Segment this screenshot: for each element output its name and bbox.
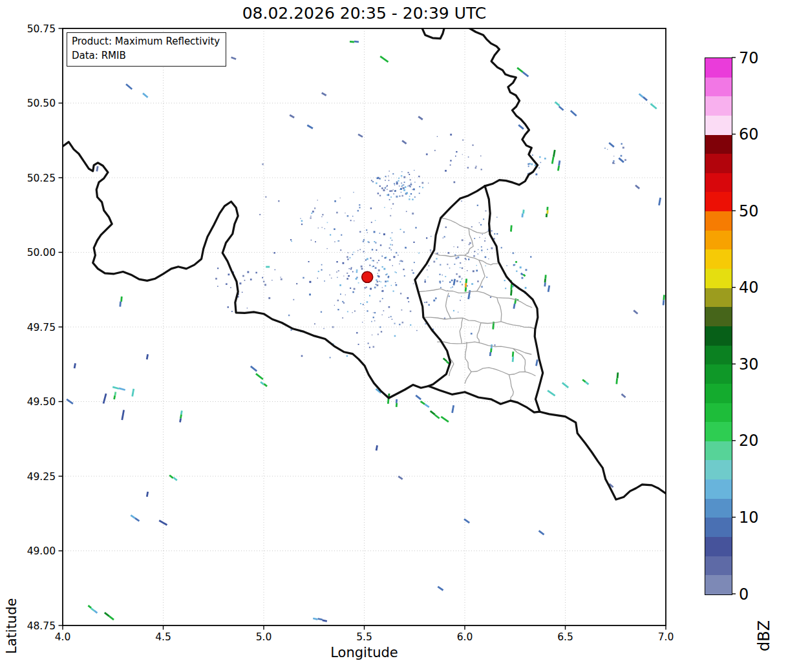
svg-text:49.75: 49.75 [27,322,56,333]
colorbar-band [705,192,732,211]
colorbar-band [705,479,732,499]
svg-text:50.00: 50.00 [27,247,56,258]
colorbar-band [705,575,732,594]
colorbar-band [705,307,732,326]
y-axis-label: Latitude [4,0,19,654]
colorbar-band [705,269,732,288]
radar-site-marker [362,271,373,282]
colorbar-band [705,211,732,231]
colorbar-band [705,173,732,193]
svg-text:5.5: 5.5 [356,631,372,643]
colorbar-band [705,135,732,154]
svg-text:49.00: 49.00 [27,545,56,557]
colorbar-band [705,326,732,346]
svg-text:48.75: 48.75 [27,620,56,632]
colorbar-band [705,154,732,173]
colorbar-band [705,364,732,384]
svg-text:6.0: 6.0 [457,631,473,643]
colorbar-band [705,231,732,250]
colorbar-band [705,556,732,576]
colorbar-band [705,78,732,97]
svg-text:4.0: 4.0 [55,631,71,643]
svg-text:4.5: 4.5 [155,631,171,643]
svg-text:6.5: 6.5 [557,631,573,643]
svg-text:0: 0 [739,585,749,604]
colorbar [705,58,732,595]
radar-figure: 08.02.2026 20:35 - 20:39 UTC 4.04.55.05.… [0,0,788,672]
x-axis-label: Longitude [63,645,666,660]
colorbar-band [705,518,732,537]
radar-echoes [67,41,664,621]
colorbar-band [705,96,732,116]
svg-text:50.50: 50.50 [27,98,56,109]
svg-text:50.25: 50.25 [27,173,56,184]
svg-text:50.75: 50.75 [27,23,56,35]
colorbar-band [705,249,732,269]
colorbar-band [705,499,732,518]
colorbar-band [705,422,732,441]
colorbar-band [705,346,732,365]
gridlines [63,28,666,625]
svg-text:5.0: 5.0 [256,631,272,643]
colorbar-band [705,441,732,461]
info-box: Product: Maximum Reflectivity Data: RMIB [67,32,226,67]
plot-frame [63,28,666,625]
product-label: Product: Maximum Reflectivity [72,35,220,49]
colorbar-band [705,460,732,479]
map-canvas: 4.04.55.05.56.06.57.050.7550.5050.2550.0… [0,0,788,672]
colorbar-band [705,58,732,78]
colorbar-band [705,403,732,423]
svg-text:49.25: 49.25 [27,471,56,483]
colorbar-band [705,288,732,308]
regional-borders [419,218,535,401]
svg-text:7.0: 7.0 [658,631,674,643]
tick-labels: 4.04.55.05.56.06.57.050.7550.5050.2550.0… [27,23,674,644]
colorbar-band [705,384,732,403]
svg-text:49.50: 49.50 [27,396,56,408]
axis-ticks [59,28,666,630]
data-source-label: Data: RMIB [72,49,220,63]
colorbar-band [705,537,732,556]
colorbar-band [705,116,732,135]
colorbar-unit-label: dBZ [755,0,773,651]
